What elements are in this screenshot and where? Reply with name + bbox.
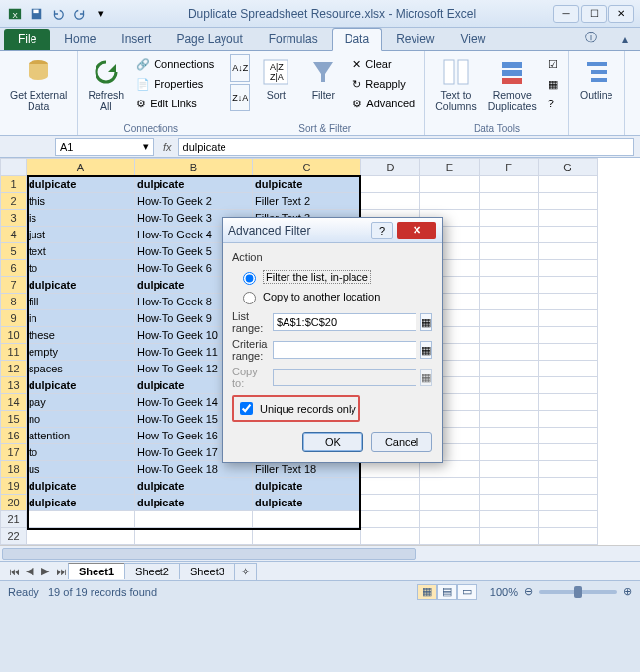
unique-records-checkbox-row[interactable]: Unique records only [232,395,360,422]
whatif-button[interactable]: ? [544,94,562,113]
cell-F13[interactable] [480,377,539,394]
redo-icon[interactable] [71,5,89,23]
row-header-22[interactable]: 22 [1,528,27,545]
criteria-range-input[interactable] [273,341,416,359]
maximize-button[interactable]: ☐ [581,5,607,23]
row-header-3[interactable]: 3 [1,210,27,227]
cell-A21[interactable] [27,511,135,528]
row-header-11[interactable]: 11 [1,344,27,361]
sheet-nav-next[interactable]: ▶ [37,564,53,579]
column-header-C[interactable]: C [253,159,361,176]
radio-copy-another-input[interactable] [243,292,256,304]
tab-view[interactable]: View [449,29,498,50]
cell-G17[interactable] [539,444,598,461]
cell-F9[interactable] [480,310,539,327]
cell-G3[interactable] [539,210,598,227]
cell-F1[interactable] [480,176,539,193]
cell-G1[interactable] [539,176,598,193]
list-range-input[interactable] [273,313,416,331]
cell-A2[interactable]: this [27,193,135,210]
cell-A16[interactable]: attention [27,428,135,444]
cell-G15[interactable] [539,411,598,428]
row-header-13[interactable]: 13 [1,377,27,394]
cell-G9[interactable] [539,310,598,327]
properties-button[interactable]: 📄Properties [132,74,218,94]
cell-C18[interactable]: Filler Text 18 [253,461,361,478]
cell-F11[interactable] [480,344,539,361]
criteria-range-refselect[interactable]: ▦ [420,341,432,359]
outline-button[interactable]: Outline [575,54,618,103]
row-header-9[interactable]: 9 [1,310,27,327]
radio-filter-inplace-input[interactable] [243,272,256,285]
excel-icon[interactable]: X [6,5,24,23]
sort-button[interactable]: A|ZZ|A Sort [254,54,297,103]
cell-G7[interactable] [539,277,598,294]
zoom-slider[interactable] [539,590,617,594]
column-header-B[interactable]: B [135,159,253,176]
row-header-16[interactable]: 16 [1,428,27,444]
sheet-tab-2[interactable]: Sheet2 [124,563,180,579]
cell-G18[interactable] [539,461,598,478]
row-header-7[interactable]: 7 [1,277,27,294]
cancel-button[interactable]: Cancel [371,432,432,452]
cell-A20[interactable]: dulpicate [27,495,135,511]
row-header-6[interactable]: 6 [1,260,27,277]
cell-A9[interactable]: in [27,310,135,327]
cell-G19[interactable] [539,478,598,495]
cell-G14[interactable] [539,394,598,411]
cell-A22[interactable] [27,528,135,545]
cell-A6[interactable]: to [27,260,135,277]
row-header-14[interactable]: 14 [1,394,27,411]
cell-F18[interactable] [480,461,539,478]
column-header-E[interactable]: E [420,159,480,176]
cell-D19[interactable] [361,478,420,495]
sheet-tab-1[interactable]: Sheet1 [68,563,125,579]
get-external-data-button[interactable]: Get External Data [6,54,71,114]
cell-F7[interactable] [480,277,539,294]
view-normal-button[interactable]: ▦ [417,584,437,600]
cell-F8[interactable] [480,294,539,310]
clear-button[interactable]: ✕Clear [349,54,418,74]
column-header-D[interactable]: D [361,159,420,176]
cell-F20[interactable] [480,495,539,511]
cell-C22[interactable] [253,528,361,545]
cell-A7[interactable]: dulpicate [27,277,135,294]
row-header-21[interactable]: 21 [1,511,27,528]
save-icon[interactable] [28,5,45,23]
cell-D22[interactable] [361,528,420,545]
cell-G10[interactable] [539,327,598,344]
cell-B20[interactable]: dulpicate [135,495,253,511]
cell-E20[interactable] [420,495,480,511]
cell-A4[interactable]: just [27,227,135,243]
cell-G12[interactable] [539,361,598,377]
row-header-19[interactable]: 19 [1,478,27,495]
row-header-4[interactable]: 4 [1,227,27,243]
cell-G11[interactable] [539,344,598,361]
cell-F10[interactable] [480,327,539,344]
cell-A19[interactable]: dulpicate [27,478,135,495]
tab-review[interactable]: Review [384,29,446,50]
cell-D1[interactable] [361,176,420,193]
tab-page-layout[interactable]: Page Layout [164,29,254,50]
cell-A18[interactable]: us [27,461,135,478]
new-sheet-button[interactable]: ✧ [234,563,257,580]
sort-asc-button[interactable]: A↓Z [230,54,250,82]
cell-G4[interactable] [539,227,598,243]
cell-A17[interactable]: to [27,444,135,461]
zoom-out-button[interactable]: ⊖ [524,585,533,598]
radio-filter-inplace[interactable]: Filter the list, in-place [232,267,432,287]
zoom-in-button[interactable]: ⊕ [623,585,632,598]
column-header-F[interactable]: F [480,159,539,176]
column-header-A[interactable]: A [27,159,135,176]
cell-E2[interactable] [420,193,480,210]
cell-E21[interactable] [420,511,480,528]
cell-F22[interactable] [480,528,539,545]
row-header-20[interactable]: 20 [1,495,27,511]
cell-G5[interactable] [539,243,598,260]
cell-F16[interactable] [480,428,539,444]
row-header-18[interactable]: 18 [1,461,27,478]
fx-icon[interactable]: fx [163,141,172,153]
advanced-button[interactable]: ⚙Advanced [349,94,418,113]
dialog-close-button[interactable]: ✕ [397,222,436,239]
cell-C20[interactable]: dulpicate [253,495,361,511]
